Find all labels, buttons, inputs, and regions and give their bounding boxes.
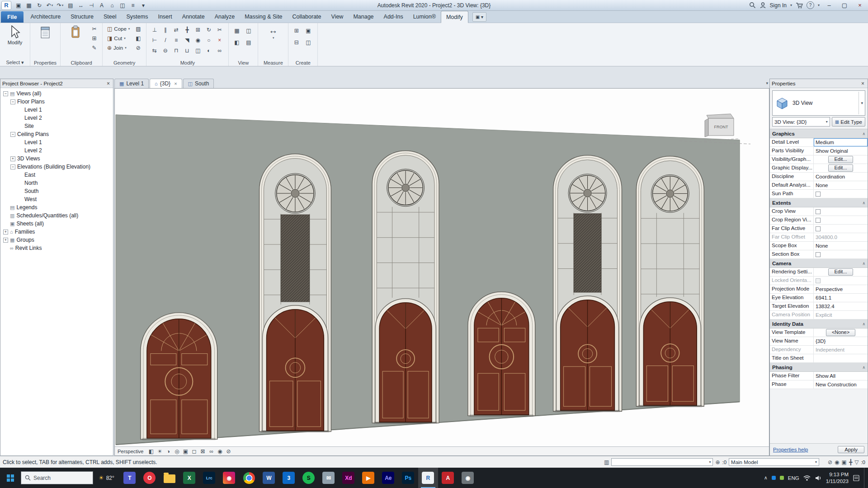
section-header-extents[interactable]: Extents∧ (770, 198, 868, 207)
view-tab-3d[interactable]: ⌂{3D}× (150, 79, 182, 88)
section-collapse-icon[interactable]: ∧ (862, 261, 865, 266)
section-collapse-icon[interactable]: ∧ (862, 322, 865, 326)
sign-in-button[interactable]: Sign In (770, 2, 787, 9)
save-icon[interactable]: ▦ (24, 1, 34, 9)
tree-item-level-1[interactable]: Level 1 (0, 106, 113, 114)
chrome-app[interactable] (239, 468, 259, 488)
move-icon[interactable]: ╋ (182, 25, 192, 34)
spotify-app[interactable]: S (299, 468, 319, 488)
door-unit-5[interactable] (553, 155, 622, 413)
demolish-icon[interactable]: ⊘ (133, 43, 143, 52)
sync-icon[interactable]: ↻ (34, 1, 44, 9)
revit-app[interactable]: R (418, 468, 438, 488)
crop-view-icon[interactable]: ▣ (182, 448, 189, 455)
paste-button[interactable] (64, 24, 87, 40)
drag-on-selection-icon[interactable]: ╋ (849, 459, 852, 465)
ribbon-tab-collaborate[interactable]: Collaborate (288, 11, 326, 23)
view-instance-dropdown[interactable]: 3D View: {3D} ▾ (772, 117, 830, 127)
properties-close-icon[interactable]: × (860, 80, 866, 87)
sun-path-checkbox[interactable] (816, 192, 821, 197)
prop-value-far-clip-offset[interactable]: 304800.0 (814, 233, 868, 241)
tree-item-sheets-all[interactable]: ▣Sheets (all) (0, 220, 113, 228)
taskbar-clock[interactable]: 9:13 PM 1/11/2023 (826, 471, 849, 485)
tray-app-icon-2[interactable] (780, 476, 784, 480)
create-panel-label[interactable]: Create (288, 60, 317, 66)
beam-opening-icon[interactable]: ⊔ (182, 46, 192, 55)
media-app[interactable]: ▶ (359, 468, 378, 488)
trim-icon[interactable]: ✂ (215, 25, 224, 34)
offset-icon[interactable]: ∥ (160, 25, 170, 34)
ribbon-tab-architecture[interactable]: Architecture (26, 11, 66, 23)
background-icon[interactable]: ◐ (204, 46, 213, 55)
project-browser-close-icon[interactable]: × (105, 80, 111, 87)
active-workset-dropdown[interactable]: ▾ (611, 458, 713, 466)
print-icon[interactable]: ▤ (66, 1, 75, 9)
close-view-tab-icon[interactable]: × (174, 81, 177, 86)
user-interface-caret-icon[interactable]: ▾ (138, 1, 148, 9)
tray-app-icon-1[interactable] (772, 476, 776, 480)
modify-options-icon[interactable]: ▣ ▾ (472, 12, 486, 22)
file-open-icon[interactable]: ▣ (14, 1, 24, 9)
tree-item-north[interactable]: North (0, 179, 113, 187)
prop-value-crop-region-vi[interactable] (814, 216, 868, 224)
prop-value-discipline[interactable]: Coordination (814, 173, 868, 181)
tree-item-families[interactable]: +⌂Families (0, 228, 113, 236)
type-selector[interactable]: 3D View ▾ (772, 90, 865, 116)
tree-item-groups[interactable]: +▦Groups (0, 236, 113, 244)
properties-button[interactable] (33, 24, 57, 41)
properties-help-link[interactable]: Properties help (773, 447, 808, 452)
prop-value-eye-elevation[interactable]: 6941.1 (814, 294, 868, 302)
prop-value-view-name[interactable]: {3D} (814, 337, 868, 345)
door-unit-1[interactable] (141, 313, 217, 440)
create-parts-icon[interactable]: ◫ (303, 38, 313, 47)
door-unit-3[interactable] (372, 151, 439, 424)
extend-icon[interactable]: ⊢ (150, 36, 159, 45)
edit-type-button[interactable]: ▦ Edit Type (832, 117, 865, 127)
ribbon-tab-structure[interactable]: Structure (66, 11, 99, 23)
linework-icon[interactable]: ◧ (232, 38, 241, 47)
paint-icon[interactable]: ▨ (133, 24, 143, 33)
ribbon-tab-modify[interactable]: Modify (441, 11, 468, 23)
displace-elements-icon[interactable]: ▤ (244, 38, 253, 47)
tree-item-3d-views[interactable]: +3D Views (0, 155, 113, 163)
temporary-hide-icon[interactable]: ∞ (208, 448, 215, 455)
taskbar-search-input[interactable]: Search (21, 471, 93, 484)
view-tab-south[interactable]: ◫South (183, 79, 214, 88)
wall-opening-icon[interactable]: ⊓ (171, 46, 181, 55)
text-icon[interactable]: A (97, 1, 107, 9)
ribbon-tab-insert[interactable]: Insert (153, 11, 177, 23)
language-indicator[interactable]: ENG (788, 475, 799, 481)
tree-item-schedules-quantities-all[interactable]: ▥Schedules/Quantities (all) (0, 211, 113, 220)
ribbon-tab-lumion[interactable]: Lumion® (408, 11, 441, 23)
volume-icon[interactable] (815, 475, 822, 481)
tree-item-level-2[interactable]: Level 2 (0, 114, 113, 122)
opera-app[interactable]: O (140, 468, 160, 488)
shadows-icon[interactable]: ◑ (165, 448, 172, 455)
door-unit-2[interactable] (259, 154, 331, 432)
ribbon-tab-manage[interactable]: Manage (348, 11, 378, 23)
modify-tool-button[interactable]: Modify (3, 24, 27, 46)
tree-item-site[interactable]: Site (0, 122, 113, 130)
view-scale-label[interactable]: Perspective (118, 449, 143, 454)
section-header-camera[interactable]: Camera∧ (770, 259, 868, 268)
view-tab-list-icon[interactable]: ▾ (766, 81, 768, 85)
xd-app[interactable]: Xd (339, 468, 359, 488)
viewcube-top-face[interactable] (707, 114, 734, 118)
prop-value-phase-filter[interactable]: Show All (814, 372, 868, 380)
select-links-icon[interactable]: ⊘ (828, 459, 832, 465)
folder-app[interactable] (160, 468, 179, 488)
ribbon-tab-file[interactable]: File (1, 11, 24, 23)
split-icon[interactable]: / (160, 36, 170, 45)
section-box-checkbox[interactable] (816, 252, 821, 257)
undo-icon[interactable]: ↶▾ (45, 1, 55, 9)
cut-icon[interactable]: ✂ (90, 24, 99, 33)
hide-elements-icon[interactable]: ◫ (244, 26, 253, 35)
editing-requests-icon[interactable]: ⊕ (715, 459, 720, 465)
delete-icon[interactable]: × (215, 36, 224, 45)
prop-value-phase[interactable]: New Construction (814, 380, 868, 389)
ribbon-tab-view[interactable]: View (326, 11, 349, 23)
ribbon-tab-analyze[interactable]: Analyze (210, 11, 240, 23)
section-header-identity-data[interactable]: Identity Data∧ (770, 319, 868, 328)
far-clip-active-checkbox[interactable] (816, 226, 821, 231)
minimize-button[interactable]: – (823, 1, 835, 10)
